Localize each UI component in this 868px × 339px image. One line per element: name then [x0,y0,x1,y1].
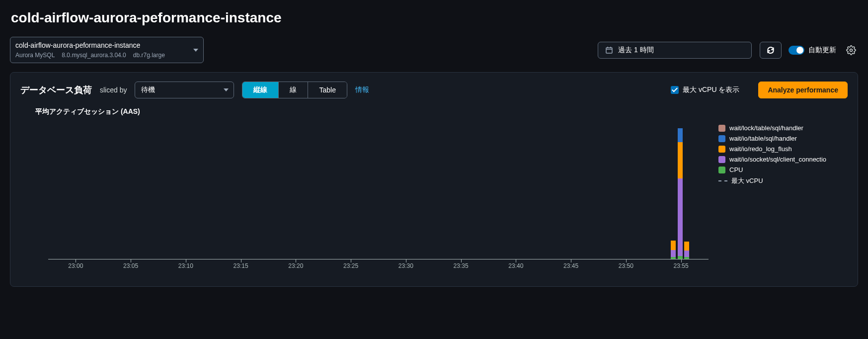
refresh-icon [766,46,775,55]
legend-item[interactable]: wait/io/socket/sql/client_connectio [718,156,848,163]
legend-label: wait/io/socket/sql/client_connectio [729,156,826,163]
x-tick: 23:30 [379,262,434,274]
chart-bar[interactable] [678,128,683,259]
x-tick: 23:40 [488,262,544,274]
settings-button[interactable] [844,43,858,57]
page-title: cold-airflow-aurora-peformance-instance [11,10,858,26]
show-max-vcpu-checkbox[interactable] [671,86,679,94]
legend-item[interactable]: CPU [718,166,848,173]
view-mode-segment: 縦線 線 Table [242,82,347,98]
analyze-performance-button[interactable]: Analyze performance [758,82,848,98]
legend-swatch [718,125,725,132]
legend-label: 最大 vCPU [731,176,763,185]
gear-icon [846,45,856,55]
svg-point-1 [850,49,853,51]
instance-name: cold-airflow-aurora-peformance-instance [15,40,187,51]
x-tick: 23:10 [158,262,214,274]
sliced-by-label: sliced by [100,86,127,94]
instance-class: db.r7g.large [133,51,165,60]
legend-item[interactable]: 最大 vCPU [718,176,848,185]
x-tick: 23:15 [213,262,268,274]
auto-refresh-toggle[interactable] [789,46,804,55]
legend-label: wait/io/table/sql/handler [729,135,797,142]
chevron-down-icon [224,88,229,91]
chevron-down-icon [193,49,198,52]
sliced-by-value: 待機 [141,85,155,94]
x-tick: 23:00 [48,262,103,274]
panel-header: データベース負荷 sliced by 待機 縦線 線 Table 情報 最大 v… [20,82,848,98]
show-max-vcpu[interactable]: 最大 vCPU を表示 [671,85,739,94]
auto-refresh: 自動更新 [789,46,836,55]
x-tick: 23:20 [268,262,323,274]
time-range-label: 過去 1 時間 [618,46,654,55]
x-tick: 23:05 [103,262,158,274]
legend-label: CPU [729,166,743,173]
legend-swatch [718,156,725,163]
view-mode-line[interactable]: 線 [279,82,308,98]
x-tick: 23:35 [433,262,488,274]
chart-bar[interactable] [671,241,676,259]
x-tick: 23:50 [599,262,654,274]
sliced-by-select[interactable]: 待機 [135,82,234,98]
view-mode-stacked[interactable]: 縦線 [242,82,279,98]
instance-engine: Aurora MySQL [15,51,55,60]
top-bar: cold-airflow-aurora-peformance-instance … [10,37,858,63]
refresh-button[interactable] [760,42,782,59]
legend-item[interactable]: wait/io/table/sql/handler [718,135,848,142]
legend-label: wait/io/redo_log_flush [729,145,792,153]
legend-swatch [718,180,727,181]
legend-item[interactable]: wait/io/redo_log_flush [718,145,848,153]
legend-item[interactable]: wait/lock/table/sql/handler [718,124,848,132]
db-load-panel: データベース負荷 sliced by 待機 縦線 線 Table 情報 最大 v… [10,72,858,287]
auto-refresh-label: 自動更新 [808,46,836,55]
chart-bar[interactable] [684,242,689,259]
x-tick: 23:55 [653,262,709,274]
chart-title: 平均アクティブセッション (AAS) [35,107,848,116]
svg-rect-0 [606,48,612,53]
legend-swatch [718,135,725,142]
legend-swatch [718,167,725,173]
info-link[interactable]: 情報 [355,85,369,94]
time-range-picker[interactable]: 過去 1 時間 [598,42,752,59]
chart-legend: wait/lock/table/sql/handlerwait/io/table… [709,122,848,271]
chart-area: 23:0023:0523:1023:1523:2023:2523:3023:35… [20,122,848,271]
calendar-icon [605,46,613,54]
x-tick: 23:25 [323,262,379,274]
view-mode-table[interactable]: Table [308,82,346,98]
show-max-vcpu-label: 最大 vCPU を表示 [683,85,739,94]
instance-version: 8.0.mysql_aurora.3.04.0 [62,51,126,60]
legend-label: wait/lock/table/sql/handler [729,124,803,132]
x-tick: 23:45 [544,262,599,274]
legend-swatch [718,146,725,153]
instance-select[interactable]: cold-airflow-aurora-peformance-instance … [10,37,204,63]
chart-plot: 23:0023:0523:1023:1523:2023:2523:3023:35… [20,122,709,271]
panel-title: データベース負荷 [20,84,92,96]
